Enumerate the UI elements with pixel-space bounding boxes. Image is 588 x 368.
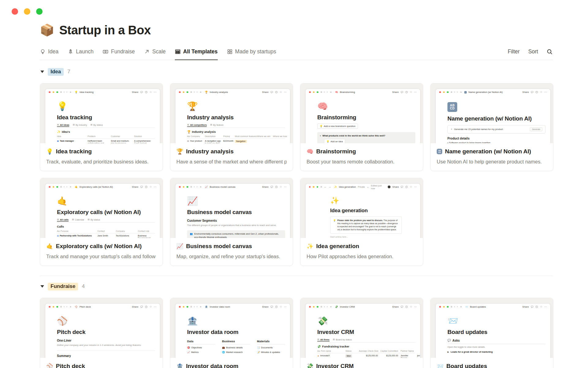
- speech-bubble-icon: 💬: [447, 339, 451, 342]
- chart-icon: 📈: [187, 351, 190, 354]
- back-arrow-icon: ←: [324, 186, 327, 188]
- clock-icon: [405, 186, 408, 188]
- memo-icon: 📝: [257, 351, 260, 354]
- tab-fundraise[interactable]: Fundraise: [103, 48, 135, 60]
- star-icon: ☆: [540, 91, 542, 94]
- ai-sparkle-icon: ✦: [450, 128, 453, 131]
- comment-icon: [531, 305, 533, 308]
- more-icon: ⋯: [544, 305, 547, 308]
- card-emoji-icon: 🏆: [176, 149, 183, 154]
- template-grid-fundraise: ≡‹›＋ ⚾ Pitch deck Share ☆ ⋯ ⚾ Pitch deck…: [40, 298, 553, 368]
- template-card-pitch-deck[interactable]: ≡‹›＋ ⚾ Pitch deck Share ☆ ⋯ ⚾ Pitch deck…: [40, 298, 163, 368]
- comment-icon: [531, 91, 533, 94]
- zoom-window-button[interactable]: [36, 8, 43, 15]
- card-title: Industry analysis: [186, 148, 233, 155]
- menu-icon: ≡: [321, 91, 322, 94]
- more-icon: ⋯: [284, 186, 287, 188]
- card-emoji-icon: 💸: [307, 363, 313, 368]
- menu-icon: ≡: [190, 186, 192, 188]
- people-icon: 👥: [190, 232, 193, 238]
- tab-scale[interactable]: Scale: [144, 48, 166, 60]
- card-title: Investor CRM: [316, 363, 353, 368]
- banknote-icon: [103, 49, 108, 55]
- template-preview: ≡‹›＋ 🤙 Exploratory calls (w/ Notion AI) …: [45, 183, 160, 238]
- section-header-fundraise[interactable]: Fundraise 4: [40, 283, 553, 290]
- card-emoji-icon: 💡: [46, 149, 53, 154]
- template-card-board-updates[interactable]: ≡‹›＋ 📨 Board updates Share ☆ ⋯ 📨 Board u…: [430, 298, 553, 368]
- star-icon: ☆: [149, 305, 152, 308]
- view-icon: ▤: [72, 218, 74, 221]
- card-title: Idea tracking: [56, 148, 92, 155]
- view-icon: ▤: [210, 124, 212, 126]
- status-chip: Won: [345, 355, 352, 358]
- comment-icon: [401, 91, 403, 94]
- forward-arrow-icon: →: [329, 186, 331, 188]
- tab-launch[interactable]: Launch: [68, 48, 93, 60]
- template-card-name-generation[interactable]: ≡‹›＋ Name generation (w/ Notion AI) Shar…: [430, 83, 553, 171]
- section-badge[interactable]: Fundraise: [48, 283, 78, 290]
- card-title: Exploratory calls (w/ Notion AI): [56, 243, 141, 250]
- view-icon: ▤: [333, 338, 335, 341]
- template-card-industry-analysis[interactable]: ≡‹›＋ 🏆 Industry analysis Share ☆ ⋯ 🏆 Ind…: [170, 83, 293, 171]
- collapse-triangle-icon[interactable]: [40, 71, 44, 73]
- star-icon: ☆: [149, 91, 152, 94]
- search-button[interactable]: [547, 49, 553, 55]
- view-icon: ▤: [73, 124, 75, 126]
- card-description: Track, evaluate, and prioritize business…: [46, 159, 156, 165]
- star-icon: ☆: [540, 305, 542, 308]
- lightbulb-icon: [40, 49, 46, 55]
- plus-icon: ＋: [330, 305, 332, 308]
- forward-icon: ›: [197, 305, 198, 308]
- template-card-business-model-canvas[interactable]: ≡‹›＋ 📈 Business model canvas Share ☆ ⋯ 📈…: [170, 178, 293, 266]
- more-icon: ⋯: [414, 91, 417, 94]
- card-description: How Pilot approaches idea generation.: [307, 254, 417, 259]
- filter-button[interactable]: Filter: [508, 48, 520, 55]
- card-description: Track and manage your startup's calls an…: [46, 254, 156, 259]
- menu-icon: ≡: [321, 305, 322, 308]
- forward-icon: ›: [197, 91, 198, 94]
- star-icon: ☆: [280, 305, 282, 308]
- add-idea-button: 💡Add an idea: [324, 139, 345, 143]
- template-card-exploratory-calls[interactable]: ≡‹›＋ 🤙 Exploratory calls (w/ Notion AI) …: [40, 178, 163, 266]
- clock-icon: [145, 91, 148, 94]
- logo-icon: ▲: [317, 355, 319, 357]
- star-icon: ☆: [149, 186, 152, 188]
- back-icon: ‹: [64, 91, 65, 94]
- back-icon: ‹: [324, 305, 325, 308]
- template-card-idea-generation[interactable]: ≡ ← → ✨ Idea generation Private ⌄ Edited…: [300, 178, 423, 266]
- template-card-brainstorming[interactable]: ≡‹›＋ 🧠 Brainstorming Share ☆ ⋯ 🧠 Brainst…: [300, 83, 423, 171]
- comment-icon: [140, 186, 143, 188]
- view-icon: ▤: [57, 218, 59, 221]
- plus-icon: ＋: [69, 305, 72, 308]
- menu-icon: ≡: [190, 305, 192, 308]
- section-header-idea[interactable]: Idea 7: [40, 68, 553, 76]
- tab-idea[interactable]: Idea: [40, 48, 58, 60]
- page-header: 📦 Startup in a Box: [40, 23, 553, 37]
- section-count: 4: [82, 283, 85, 289]
- plus-icon: ＋: [69, 91, 72, 94]
- card-emoji-icon: ⚾: [46, 363, 53, 368]
- clock-icon: [535, 91, 538, 94]
- clock-icon: [275, 91, 278, 94]
- tab-made-by-startups[interactable]: Made by startups: [227, 48, 276, 60]
- minimize-window-button[interactable]: [24, 8, 30, 15]
- text-type-icon: Aa: [317, 350, 320, 352]
- view-icon: ▤: [88, 218, 90, 221]
- comment-icon: [401, 186, 403, 188]
- template-card-idea-tracking[interactable]: ≡ ‹ › ＋ 💡 Idea tracking Share ☆ ⋯ �: [40, 83, 163, 171]
- template-preview: ≡‹›＋ 🧠 Brainstorming Share ☆ ⋯ 🧠 Brainst…: [305, 89, 420, 143]
- template-card-investor-crm[interactable]: ≡‹›＋ 💸 Investor CRM Share ☆ ⋯ 💸 Investor…: [300, 298, 423, 368]
- close-window-button[interactable]: [12, 8, 18, 15]
- tab-all-templates[interactable]: All Templates: [175, 48, 218, 60]
- sort-button[interactable]: Sort: [528, 48, 538, 55]
- section-badge[interactable]: Idea: [48, 68, 64, 76]
- plus-icon: ＋: [460, 305, 462, 308]
- template-card-investor-data-room[interactable]: ≡‹›＋ 🏦 Investor data room Share ☆ ⋯ 🏦 In…: [170, 298, 293, 368]
- collapse-triangle-icon[interactable]: [40, 285, 44, 288]
- forward-icon: ›: [197, 186, 198, 188]
- plus-icon: ＋: [330, 91, 332, 94]
- template-preview: ≡‹›＋ 📨 Board updates Share ☆ ⋯ 📨 Board u…: [435, 303, 551, 358]
- clock-icon: [145, 305, 148, 308]
- back-icon: ‹: [194, 91, 195, 94]
- star-icon: ☆: [280, 91, 282, 94]
